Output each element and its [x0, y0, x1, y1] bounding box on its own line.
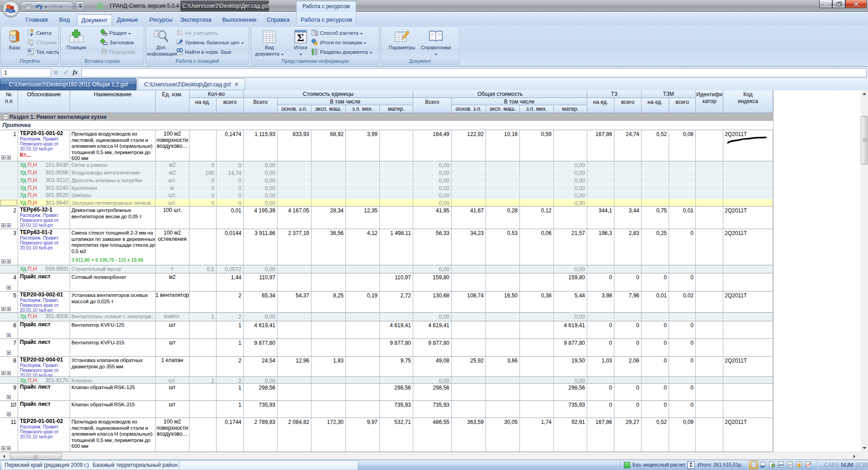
- svg-text:Σ: Σ: [297, 32, 304, 43]
- svg-text:HP: HP: [778, 464, 783, 467]
- svg-text:A: A: [29, 49, 31, 52]
